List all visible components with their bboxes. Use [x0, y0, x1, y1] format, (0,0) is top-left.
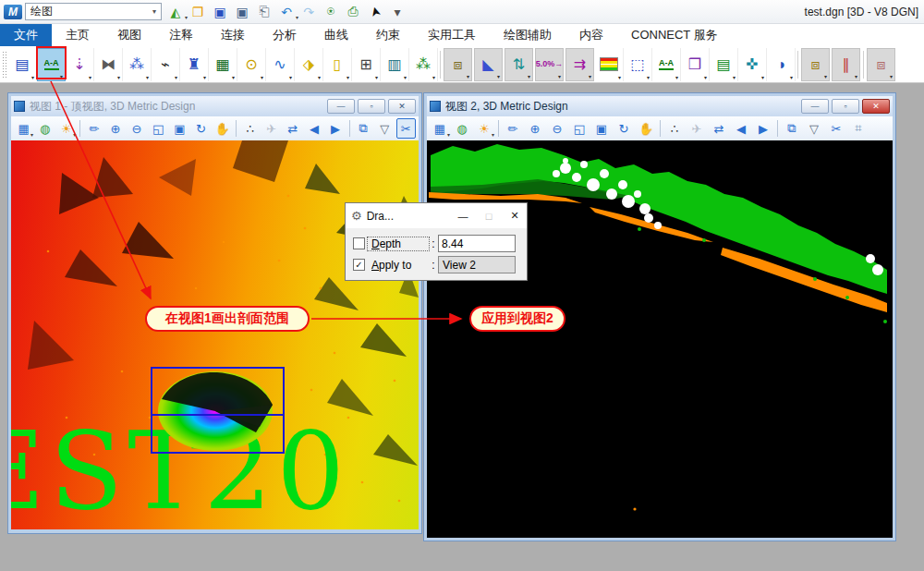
viewport-layout-tool-icon[interactable]: ⊞ ▾: [352, 48, 381, 81]
view2-titlebar[interactable]: 视图 2, 3D Metric Design — ▫ ✕: [427, 96, 893, 116]
report-bars-tool-icon[interactable]: ▥ ▾: [381, 48, 409, 81]
thematic-legend-tool-icon[interactable]: ▾: [595, 48, 624, 81]
dropdown-caret[interactable]: ▾: [432, 74, 435, 80]
navigate-view-icon[interactable]: ⇄ ▾: [283, 118, 302, 139]
dialog-titlebar[interactable]: ⚙ Dra... — □ ✕: [346, 203, 527, 228]
hierarchy-yellow-tool-icon[interactable]: ⧈ ▾: [801, 48, 830, 81]
zoom-in-icon[interactable]: ⊕ ▾: [525, 118, 545, 139]
dropdown-caret[interactable]: ▾: [30, 131, 33, 138]
pin-icon[interactable]: ⍟ ▾: [320, 2, 342, 22]
depth-checkbox[interactable]: [353, 237, 365, 249]
clip-volume-icon[interactable]: ▽ ▾: [375, 118, 395, 139]
highlight-range-tool-icon[interactable]: ▯ ▾: [323, 48, 352, 81]
hierarchy-pink-tool-icon[interactable]: ⧈ ▾: [867, 48, 895, 81]
dialog-minimize-button[interactable]: —: [456, 211, 469, 222]
toolbar-options-caret[interactable]: ▾ ▾: [386, 2, 408, 22]
dropdown-caret[interactable]: ▾: [855, 73, 857, 79]
dropdown-caret[interactable]: ▾: [733, 74, 736, 80]
restore-button[interactable]: ▫: [832, 99, 859, 114]
dropdown-caret[interactable]: ▾: [73, 131, 76, 138]
view-next-icon[interactable]: ▶ ▾: [325, 118, 345, 139]
reference-lines-tool-icon[interactable]: ∥ ▾: [832, 48, 860, 81]
zoom-in-icon[interactable]: ⊕ ▾: [105, 118, 125, 139]
open-file-icon[interactable]: ❐ ▾: [187, 2, 209, 22]
element-selection-icon[interactable]: ➤ ▾: [364, 2, 386, 22]
navigate-view-icon[interactable]: ⇄ ▾: [709, 118, 729, 139]
view-previous-icon[interactable]: ◀ ▾: [304, 118, 323, 139]
dropdown-caret[interactable]: ▾: [790, 74, 793, 80]
brightness-icon[interactable]: ☀ ▾: [56, 118, 76, 139]
vertical-fit-tool-icon[interactable]: ⇅ ▾: [505, 48, 533, 81]
blue-tree-tool-icon[interactable]: ⁂ ▾: [123, 48, 152, 81]
fly-icon[interactable]: ✈ ▾: [261, 118, 281, 139]
dropdown-caret[interactable]: ▾: [175, 74, 177, 80]
dropdown-caret[interactable]: ▾: [675, 74, 678, 80]
view1-titlebar[interactable]: 视图 1 - 顶视图, 3D Metric Design — ▫ ✕: [11, 96, 419, 116]
dropdown-caret[interactable]: ▾: [318, 74, 321, 80]
section-callout-tool-icon[interactable]: A-A ▾: [652, 48, 681, 81]
close-button[interactable]: ✕: [862, 99, 890, 114]
apply-to-checkbox[interactable]: ✓: [353, 259, 365, 271]
restore-button[interactable]: ▫: [358, 99, 385, 114]
document-settings-icon[interactable]: ⎗ ▾: [253, 2, 275, 22]
dropdown-caret[interactable]: ▾: [375, 74, 378, 80]
apply-clip-volume-icon[interactable]: ⌗: [848, 118, 869, 139]
org-chart-tool-icon[interactable]: ⧈ ▾: [444, 48, 472, 81]
dropdown-caret[interactable]: ▾: [618, 74, 621, 80]
pan-view-icon[interactable]: ✋ ▾: [213, 118, 232, 139]
close-button[interactable]: ✕: [388, 99, 416, 114]
workflow-selector[interactable]: 绘图 ▾: [25, 3, 162, 20]
rotate-view-icon[interactable]: ↻ ▾: [191, 118, 211, 139]
depth-input[interactable]: [438, 235, 516, 252]
road-lamp-tool-icon[interactable]: ⊙ ▾: [237, 48, 266, 81]
dropdown-caret[interactable]: ▾: [31, 74, 34, 80]
profile-window-tool-icon[interactable]: ▦ ▾: [209, 48, 237, 81]
clip-mask-icon[interactable]: ✂ ▾: [396, 118, 416, 139]
view2-content[interactable]: [427, 140, 893, 538]
cube-tool-icon[interactable]: ❒ ▾: [681, 48, 710, 81]
undo-icon[interactable]: ↶ ▾: [275, 2, 298, 22]
dropdown-caret[interactable]: ▾: [404, 74, 407, 80]
window-area-icon[interactable]: ◱ ▾: [149, 118, 168, 139]
dropdown-caret[interactable]: ▾: [467, 73, 469, 79]
section-aa-tool-icon[interactable]: A-A ▾: [37, 48, 66, 81]
dialog-close-button[interactable]: ✕: [508, 210, 521, 222]
zoom-out-icon[interactable]: ⊖ ▾: [128, 118, 147, 139]
update-view-icon[interactable]: ✏ ▾: [84, 118, 103, 139]
window-area-icon[interactable]: ◱ ▾: [569, 118, 590, 139]
dropdown-caret[interactable]: ▾: [528, 73, 530, 79]
zoom-out-icon[interactable]: ⊖ ▾: [547, 118, 567, 139]
terrain-import-icon[interactable]: ◭ ▾: [164, 2, 187, 22]
display-style-icon[interactable]: ◍ ▾: [452, 118, 472, 139]
view1-content[interactable]: EST20: [11, 140, 419, 529]
bowtie-tool-icon[interactable]: ⧓ ▾: [94, 48, 123, 81]
dropdown-caret[interactable]: ▾: [346, 74, 349, 80]
dashed-arrows-tool-icon[interactable]: ⇉ ▾: [565, 48, 594, 81]
dropdown-caret[interactable]: ▾: [761, 74, 764, 80]
dropdown-caret[interactable]: ▾: [261, 74, 263, 80]
dropdown-caret[interactable]: ▾: [497, 73, 500, 79]
save-settings-icon[interactable]: ▣ ▾: [231, 2, 253, 22]
dropdown-caret[interactable]: ▾: [447, 131, 450, 138]
copy-view-icon[interactable]: ⧉ ▾: [354, 118, 373, 139]
dropdown-caret[interactable]: ▾: [60, 73, 63, 79]
walk-icon[interactable]: ∴ ▾: [240, 118, 260, 139]
clip-mask-icon[interactable]: ✂ ▾: [826, 118, 846, 139]
rotate-view-icon[interactable]: ↻ ▾: [614, 118, 634, 139]
curve-point-tool-icon[interactable]: ∿ ▾: [266, 48, 295, 81]
fit-view-icon[interactable]: ▣ ▾: [170, 118, 189, 139]
dropdown-caret[interactable]: ▾: [589, 73, 591, 79]
tower-tool-icon[interactable]: ♜ ▾: [180, 48, 209, 81]
toolbar-grip[interactable]: [2, 51, 6, 79]
view-previous-icon[interactable]: ◀ ▾: [731, 118, 751, 139]
dropdown-caret[interactable]: ▾: [647, 74, 650, 80]
minimize-button[interactable]: —: [801, 99, 829, 114]
brightness-icon[interactable]: ☀ ▾: [474, 118, 494, 139]
slope-label-tool-icon[interactable]: 5.0%→ ▾: [535, 48, 564, 81]
save-icon[interactable]: ▣ ▾: [209, 2, 231, 22]
dropdown-caret[interactable]: ▾: [232, 74, 235, 80]
dropdown-caret[interactable]: ▾: [146, 74, 149, 80]
view-next-icon[interactable]: ▶ ▾: [753, 118, 773, 139]
solids-arrows-tool-icon[interactable]: ⬗ ▾: [295, 48, 323, 81]
dropdown-caret[interactable]: ▾: [203, 74, 206, 80]
